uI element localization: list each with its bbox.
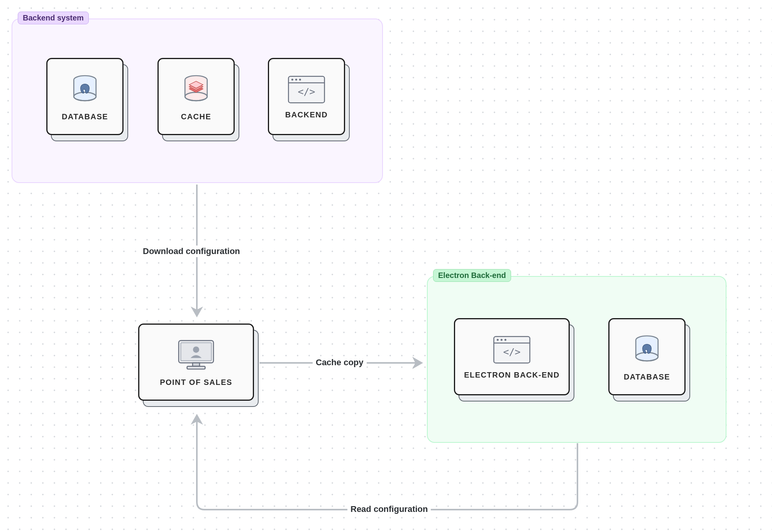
group-label-electron: Electron Back-end: [433, 269, 511, 282]
node-point-of-sales[interactable]: POINT OF SALES: [138, 324, 254, 401]
svg-point-21: [501, 339, 503, 341]
node-cache[interactable]: CACHE: [157, 58, 235, 135]
svg-text:</>: </>: [298, 86, 315, 97]
node-label: BACKEND: [285, 110, 328, 119]
node-label: CACHE: [181, 112, 212, 121]
database-icon: [68, 72, 102, 107]
svg-point-11: [299, 78, 301, 80]
svg-text:</>: </>: [503, 346, 520, 357]
node-label: ELECTRON BACK-END: [464, 371, 560, 380]
edge-label-cache-copy: Cache copy: [313, 357, 367, 368]
svg-point-22: [505, 339, 506, 341]
database-icon: [630, 332, 664, 367]
code-window-icon: </>: [493, 334, 531, 365]
node-database-secondary[interactable]: DATABASE: [608, 318, 686, 395]
node-electron-backend[interactable]: </> ELECTRON BACK-END: [454, 318, 570, 395]
cache-icon: [179, 72, 213, 107]
node-label: DATABASE: [62, 112, 108, 121]
monitor-user-icon: [175, 338, 217, 373]
code-window-icon: </>: [287, 74, 326, 105]
node-label: POINT OF SALES: [160, 378, 232, 387]
edge-label-read-config: Read configuration: [347, 503, 431, 515]
node-backend[interactable]: </> BACKEND: [268, 58, 345, 135]
svg-rect-17: [187, 366, 205, 369]
diagram-canvas[interactable]: Backend system Electron Back-end DATABAS…: [0, 0, 772, 532]
node-database-primary[interactable]: DATABASE: [46, 58, 124, 135]
edge-label-download-config: Download configuration: [140, 246, 243, 257]
svg-point-20: [497, 339, 499, 341]
svg-point-9: [291, 78, 293, 80]
group-label-backend: Backend system: [18, 12, 89, 24]
svg-point-10: [295, 78, 297, 80]
svg-point-15: [193, 346, 199, 352]
node-label: DATABASE: [624, 373, 670, 381]
